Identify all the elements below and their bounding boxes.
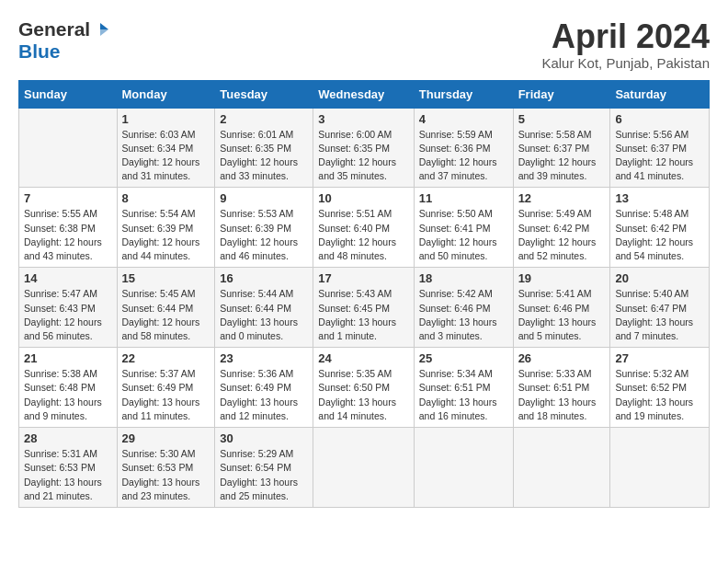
- calendar-body: 1Sunrise: 6:03 AM Sunset: 6:34 PM Daylig…: [19, 108, 710, 507]
- day-number: 8: [122, 191, 210, 205]
- day-number: 19: [518, 271, 606, 285]
- calendar-table: SundayMondayTuesdayWednesdayThursdayFrid…: [18, 80, 710, 508]
- calendar-cell: 27Sunrise: 5:32 AM Sunset: 6:52 PM Dayli…: [610, 348, 710, 428]
- calendar-cell: 14Sunrise: 5:47 AM Sunset: 6:43 PM Dayli…: [19, 268, 118, 348]
- day-number: 27: [615, 351, 704, 365]
- weekday-header-tuesday: Tuesday: [215, 80, 313, 108]
- day-number: 23: [220, 351, 308, 365]
- calendar-header-row: SundayMondayTuesdayWednesdayThursdayFrid…: [19, 80, 710, 108]
- calendar-week-row: 7Sunrise: 5:55 AM Sunset: 6:38 PM Daylig…: [19, 188, 710, 268]
- calendar-cell: 22Sunrise: 5:37 AM Sunset: 6:49 PM Dayli…: [117, 348, 215, 428]
- weekday-header-saturday: Saturday: [610, 80, 710, 108]
- day-number: 15: [122, 271, 210, 285]
- calendar-cell: [610, 428, 710, 508]
- day-info: Sunrise: 5:44 AM Sunset: 6:44 PM Dayligh…: [220, 287, 308, 343]
- calendar-cell: 1Sunrise: 6:03 AM Sunset: 6:34 PM Daylig…: [117, 108, 215, 188]
- weekday-header-sunday: Sunday: [19, 80, 118, 108]
- day-info: Sunrise: 5:34 AM Sunset: 6:51 PM Dayligh…: [419, 367, 508, 423]
- calendar-cell: 8Sunrise: 5:54 AM Sunset: 6:39 PM Daylig…: [117, 188, 215, 268]
- day-info: Sunrise: 6:00 AM Sunset: 6:35 PM Dayligh…: [318, 128, 408, 184]
- day-info: Sunrise: 5:59 AM Sunset: 6:36 PM Dayligh…: [419, 128, 508, 184]
- calendar-cell: 16Sunrise: 5:44 AM Sunset: 6:44 PM Dayli…: [215, 268, 313, 348]
- calendar-cell: 30Sunrise: 5:29 AM Sunset: 6:54 PM Dayli…: [215, 428, 313, 508]
- day-number: 12: [518, 191, 606, 205]
- day-number: 14: [24, 271, 112, 285]
- calendar-cell: 24Sunrise: 5:35 AM Sunset: 6:50 PM Dayli…: [313, 348, 414, 428]
- day-number: 1: [122, 112, 210, 126]
- calendar-cell: 2Sunrise: 6:01 AM Sunset: 6:35 PM Daylig…: [215, 108, 313, 188]
- calendar-cell: 25Sunrise: 5:34 AM Sunset: 6:51 PM Dayli…: [414, 348, 513, 428]
- day-number: 21: [24, 351, 112, 365]
- calendar-cell: 21Sunrise: 5:38 AM Sunset: 6:48 PM Dayli…: [19, 348, 118, 428]
- day-info: Sunrise: 5:32 AM Sunset: 6:52 PM Dayligh…: [615, 367, 704, 423]
- calendar-cell: 7Sunrise: 5:55 AM Sunset: 6:38 PM Daylig…: [19, 188, 118, 268]
- day-info: Sunrise: 5:55 AM Sunset: 6:38 PM Dayligh…: [24, 207, 112, 263]
- calendar-cell: [313, 428, 414, 508]
- calendar-cell: 6Sunrise: 5:56 AM Sunset: 6:37 PM Daylig…: [610, 108, 710, 188]
- calendar-cell: 20Sunrise: 5:40 AM Sunset: 6:47 PM Dayli…: [610, 268, 710, 348]
- logo-general-text: General: [18, 18, 90, 40]
- calendar-cell: 12Sunrise: 5:49 AM Sunset: 6:42 PM Dayli…: [513, 188, 610, 268]
- day-number: 5: [518, 112, 606, 126]
- weekday-header-wednesday: Wednesday: [313, 80, 414, 108]
- day-number: 9: [220, 191, 308, 205]
- calendar-cell: [19, 108, 118, 188]
- calendar-week-row: 28Sunrise: 5:31 AM Sunset: 6:53 PM Dayli…: [19, 428, 710, 508]
- calendar-cell: 4Sunrise: 5:59 AM Sunset: 6:36 PM Daylig…: [414, 108, 513, 188]
- calendar-week-row: 14Sunrise: 5:47 AM Sunset: 6:43 PM Dayli…: [19, 268, 710, 348]
- day-number: 18: [419, 271, 508, 285]
- svg-marker-1: [100, 29, 108, 36]
- logo-blue-text: Blue: [18, 40, 61, 62]
- day-number: 29: [122, 431, 210, 445]
- calendar-cell: 23Sunrise: 5:36 AM Sunset: 6:49 PM Dayli…: [215, 348, 313, 428]
- calendar-week-row: 1Sunrise: 6:03 AM Sunset: 6:34 PM Daylig…: [19, 108, 710, 188]
- day-number: 16: [220, 271, 308, 285]
- day-info: Sunrise: 5:33 AM Sunset: 6:51 PM Dayligh…: [518, 367, 606, 423]
- calendar-cell: 26Sunrise: 5:33 AM Sunset: 6:51 PM Dayli…: [513, 348, 610, 428]
- day-info: Sunrise: 5:48 AM Sunset: 6:42 PM Dayligh…: [615, 207, 704, 263]
- location-subtitle: Kalur Kot, Punjab, Pakistan: [541, 55, 710, 71]
- day-info: Sunrise: 5:42 AM Sunset: 6:46 PM Dayligh…: [419, 287, 508, 343]
- day-number: 3: [318, 112, 408, 126]
- day-info: Sunrise: 6:01 AM Sunset: 6:35 PM Dayligh…: [220, 128, 308, 184]
- day-number: 6: [615, 112, 704, 126]
- page-header: General Blue April 2024 Kalur Kot, Punja…: [18, 18, 710, 71]
- day-info: Sunrise: 5:30 AM Sunset: 6:53 PM Dayligh…: [122, 447, 210, 503]
- day-info: Sunrise: 5:37 AM Sunset: 6:49 PM Dayligh…: [122, 367, 210, 423]
- day-number: 13: [615, 191, 704, 205]
- day-number: 28: [24, 431, 112, 445]
- day-info: Sunrise: 5:47 AM Sunset: 6:43 PM Dayligh…: [24, 287, 112, 343]
- calendar-cell: 11Sunrise: 5:50 AM Sunset: 6:41 PM Dayli…: [414, 188, 513, 268]
- day-info: Sunrise: 5:53 AM Sunset: 6:39 PM Dayligh…: [220, 207, 308, 263]
- weekday-header-monday: Monday: [117, 80, 215, 108]
- day-number: 20: [615, 271, 704, 285]
- day-info: Sunrise: 5:51 AM Sunset: 6:40 PM Dayligh…: [318, 207, 408, 263]
- day-info: Sunrise: 5:54 AM Sunset: 6:39 PM Dayligh…: [122, 207, 210, 263]
- day-info: Sunrise: 5:58 AM Sunset: 6:37 PM Dayligh…: [518, 128, 606, 184]
- svg-marker-0: [100, 23, 108, 29]
- day-number: 25: [419, 351, 508, 365]
- calendar-cell: 17Sunrise: 5:43 AM Sunset: 6:45 PM Dayli…: [313, 268, 414, 348]
- day-number: 24: [318, 351, 408, 365]
- calendar-week-row: 21Sunrise: 5:38 AM Sunset: 6:48 PM Dayli…: [19, 348, 710, 428]
- day-info: Sunrise: 5:38 AM Sunset: 6:48 PM Dayligh…: [24, 367, 112, 423]
- day-number: 17: [318, 271, 408, 285]
- day-number: 11: [419, 191, 508, 205]
- day-number: 26: [518, 351, 606, 365]
- calendar-cell: [414, 428, 513, 508]
- day-info: Sunrise: 5:35 AM Sunset: 6:50 PM Dayligh…: [318, 367, 408, 423]
- day-info: Sunrise: 5:36 AM Sunset: 6:49 PM Dayligh…: [220, 367, 308, 423]
- day-info: Sunrise: 5:29 AM Sunset: 6:54 PM Dayligh…: [220, 447, 308, 503]
- calendar-cell: 3Sunrise: 6:00 AM Sunset: 6:35 PM Daylig…: [313, 108, 414, 188]
- logo-bird-icon: [92, 21, 108, 38]
- logo: General Blue: [18, 18, 108, 63]
- day-info: Sunrise: 5:45 AM Sunset: 6:44 PM Dayligh…: [122, 287, 210, 343]
- title-block: April 2024 Kalur Kot, Punjab, Pakistan: [541, 18, 710, 71]
- day-number: 2: [220, 112, 308, 126]
- day-info: Sunrise: 6:03 AM Sunset: 6:34 PM Dayligh…: [122, 128, 210, 184]
- day-info: Sunrise: 5:41 AM Sunset: 6:46 PM Dayligh…: [518, 287, 606, 343]
- calendar-cell: 29Sunrise: 5:30 AM Sunset: 6:53 PM Dayli…: [117, 428, 215, 508]
- day-number: 22: [122, 351, 210, 365]
- calendar-cell: 10Sunrise: 5:51 AM Sunset: 6:40 PM Dayli…: [313, 188, 414, 268]
- day-number: 4: [419, 112, 508, 126]
